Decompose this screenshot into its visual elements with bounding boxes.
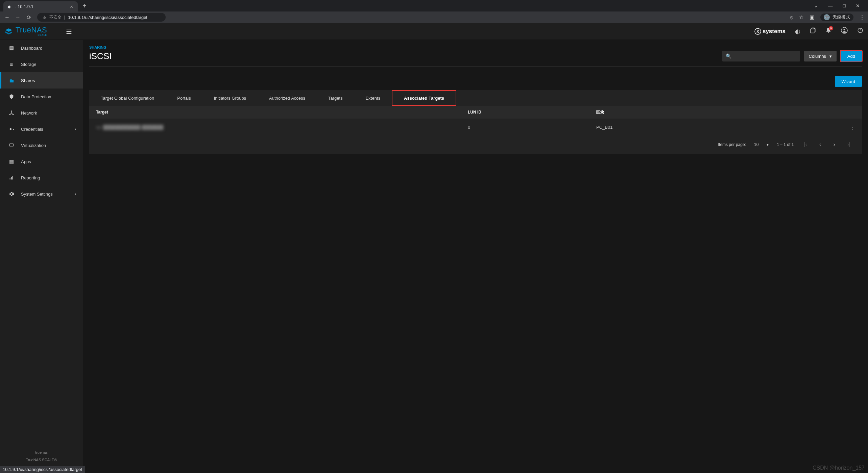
tab-authorized-access[interactable]: Authorized Access — [258, 90, 317, 106]
side-panel-icon[interactable]: ▣ — [810, 14, 814, 20]
bookmark-icon[interactable]: ☆ — [799, 14, 803, 20]
new-tab-button[interactable]: + — [82, 2, 87, 10]
window-minimize-icon[interactable]: — — [828, 3, 833, 8]
ix-text: systems — [763, 28, 786, 35]
chevron-right-icon: › — [75, 127, 76, 131]
tab-targets[interactable]: Targets — [317, 90, 354, 106]
incognito-chip[interactable]: 👓 无痕模式 — [820, 14, 853, 21]
sidebar-item-apps[interactable]: ▦ Apps — [0, 153, 83, 170]
incognito-label: 无痕模式 — [833, 14, 850, 20]
tab-extents[interactable]: Extents — [354, 90, 392, 106]
account-icon[interactable] — [841, 27, 848, 35]
next-page-icon[interactable]: › — [831, 142, 837, 148]
chevron-right-icon: › — [75, 192, 76, 196]
search-field[interactable] — [731, 54, 797, 59]
tab-initiators-groups[interactable]: Initiators Groups — [202, 90, 258, 106]
laptop-icon — [8, 143, 15, 148]
sidebar-item-label: Data Protection — [21, 94, 51, 99]
columns-button[interactable]: Columns ▾ — [804, 51, 837, 61]
tab-bar: Target Global Configuration Portals Init… — [89, 90, 862, 106]
breadcrumb[interactable]: SHARING — [89, 40, 862, 49]
sidebar-item-shares[interactable]: 🖿 Shares — [0, 72, 83, 89]
window-controls: ⌄ — □ ✕ — [814, 0, 868, 11]
menu-toggle-icon[interactable]: ☰ — [66, 27, 72, 35]
storage-icon: ≡ — [8, 61, 15, 67]
columns-label: Columns — [809, 54, 826, 59]
sidebar-item-reporting[interactable]: Reporting — [0, 170, 83, 186]
shield-icon — [8, 94, 15, 99]
sidebar-item-network[interactable]: Network — [0, 105, 83, 121]
notification-badge: 9 — [829, 26, 833, 30]
separator: | — [64, 15, 65, 20]
network-icon — [8, 110, 15, 116]
insecure-icon: ⚠ — [43, 15, 47, 20]
col-header-lun[interactable]: LUN ID — [468, 110, 596, 115]
prev-page-icon[interactable]: ‹ — [817, 142, 823, 148]
last-page-icon[interactable]: ›| — [845, 142, 852, 148]
targets-table: Target LUN ID 区块 iqn ████████████ ██████… — [89, 106, 862, 154]
tab-associated-targets[interactable]: Associated Targets — [392, 90, 456, 106]
cell-lun: 0 — [468, 125, 596, 130]
tab-title: - 10.1.9.1 — [15, 4, 33, 9]
col-header-target[interactable]: Target — [96, 110, 468, 115]
pagination: Items per page: 10 ▾ 1 – 1 of 1 |‹ ‹ › ›… — [89, 135, 862, 154]
window-dropdown-icon[interactable]: ⌄ — [814, 3, 818, 8]
tab-portals[interactable]: Portals — [166, 90, 202, 106]
notifications-icon[interactable]: 9 — [825, 27, 831, 35]
power-icon[interactable] — [857, 27, 863, 35]
add-button[interactable]: Add — [841, 51, 862, 61]
app-root: TrueNAS SCALE ☰ X systems ◐ 9 — [0, 23, 868, 473]
close-icon[interactable]: × — [70, 4, 73, 9]
forward-icon[interactable]: → — [14, 14, 22, 21]
sidebar-item-dashboard[interactable]: ▦ Dashboard — [0, 40, 83, 56]
search-icon: 🔍 — [726, 53, 731, 59]
translate-icon[interactable]: ⎋ — [790, 15, 793, 20]
ixsystems-logo[interactable]: X systems — [754, 28, 786, 35]
main-content: SHARING iSCSI 🔍 Columns ▾ Add — [83, 40, 868, 473]
back-icon[interactable]: ← — [3, 14, 11, 21]
sidebar-item-system-settings[interactable]: System Settings › — [0, 186, 83, 202]
sidebar: ▦ Dashboard ≡ Storage 🖿 Shares Data Prot… — [0, 40, 83, 473]
first-page-icon[interactable]: |‹ — [802, 142, 809, 148]
clipboard-icon[interactable] — [810, 27, 816, 35]
sidebar-item-label: Dashboard — [21, 46, 43, 51]
shares-icon: 🖿 — [8, 78, 15, 83]
sidebar-item-virtualization[interactable]: Virtualization — [0, 137, 83, 153]
sidebar-item-label: System Settings — [21, 192, 53, 197]
chart-icon — [8, 175, 15, 180]
browser-tab[interactable]: ◆ - 10.1.9.1 × — [3, 1, 78, 11]
search-input[interactable]: 🔍 — [722, 51, 800, 61]
window-maximize-icon[interactable]: □ — [843, 3, 846, 8]
sidebar-item-label: Network — [21, 110, 37, 116]
sidebar-item-credentials[interactable]: Credentials › — [0, 121, 83, 137]
tab-target-global-configuration[interactable]: Target Global Configuration — [89, 90, 166, 106]
sidebar-item-storage[interactable]: ≡ Storage — [0, 56, 83, 72]
items-per-page-value[interactable]: 10 — [754, 142, 758, 147]
cell-block: PC_B01 — [596, 125, 842, 130]
cell-target: iqn ████████████ ███████ — [96, 125, 468, 130]
url-field[interactable]: ⚠ 不安全 | 10.1.9.1/ui/sharing/iscsi/associ… — [37, 13, 166, 22]
reload-icon[interactable]: ⟳ — [25, 14, 32, 21]
security-label: 不安全 — [49, 15, 62, 20]
row-actions-icon[interactable]: ⋮ — [842, 123, 855, 131]
page-title: iSCSI — [89, 51, 112, 61]
svg-rect-12 — [11, 177, 12, 179]
col-header-block[interactable]: 区块 — [596, 109, 842, 115]
svg-rect-10 — [10, 144, 14, 146]
checkin-icon[interactable]: ◐ — [795, 28, 800, 35]
url-text: 10.1.9.1/ui/sharing/iscsi/associatedtarg… — [68, 15, 147, 20]
browser-menu-icon[interactable]: ⋮ — [860, 14, 865, 20]
sidebar-item-data-protection[interactable]: Data Protection — [0, 89, 83, 105]
truenas-logo[interactable]: TrueNAS SCALE — [5, 26, 47, 36]
table-row[interactable]: iqn ████████████ ███████ 0 PC_B01 ⋮ — [89, 119, 862, 135]
apps-icon: ▦ — [8, 158, 15, 165]
ix-mark-icon: X — [754, 28, 761, 35]
window-close-icon[interactable]: ✕ — [856, 3, 860, 8]
sidebar-item-label: Reporting — [21, 175, 40, 180]
app-topbar: TrueNAS SCALE ☰ X systems ◐ 9 — [0, 23, 868, 40]
chevron-down-icon[interactable]: ▾ — [767, 142, 769, 147]
svg-rect-11 — [10, 178, 10, 179]
wizard-button[interactable]: Wizard — [835, 76, 862, 87]
incognito-icon: 👓 — [824, 14, 830, 20]
svg-rect-13 — [13, 176, 13, 180]
